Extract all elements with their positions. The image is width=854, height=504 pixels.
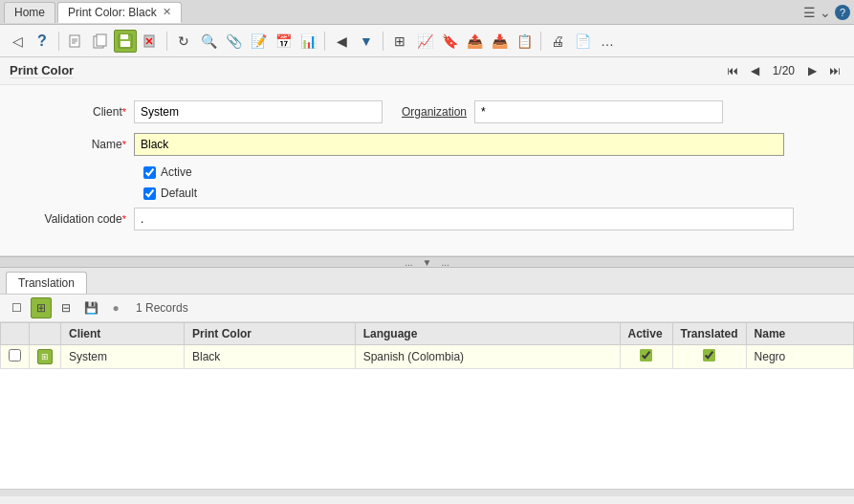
translation-section: Translation ☐ ⊞ ⊟ 💾 ● 1 Records Client P… [0,268,854,489]
th-active: Active [620,323,672,345]
tab-help-icon[interactable]: ? [835,5,850,20]
sub-toolbar: ☐ ⊞ ⊟ 💾 ● 1 Records [0,295,854,322]
tab-collapse-icon[interactable]: ⌄ [820,5,831,20]
td-checkbox[interactable] [1,345,30,369]
nav-page-indicator: 1/20 [769,64,799,77]
nav-prev-page-btn[interactable]: ◀ [746,61,765,80]
splitter-middle-icon[interactable]: ▼ [423,257,432,268]
translation-tab-bar: Translation [0,268,854,295]
validation-label: Validation code* [19,212,134,226]
th-name: Name [746,323,853,345]
sub-grid-btn[interactable]: ⊞ [31,297,52,318]
sep4 [383,32,383,51]
client-org-row: Client* Organization [19,100,835,123]
refresh-btn[interactable]: ↻ [172,30,195,53]
copy2-btn[interactable]: 📋 [513,30,536,53]
nav-next-btn[interactable]: ▼ [355,30,378,53]
tab-menu-icon[interactable]: ☰ [803,5,816,20]
svg-rect-7 [120,34,128,39]
nav-controls: ⏮ ◀ 1/20 ▶ ⏭ [723,61,844,80]
main-toolbar: ◁ ? ↻ 🔍 📎 📝 📅 📊 ◀ ▼ ⊞ 📈 🔖 📤 📥 📋 � [0,25,854,57]
horizontal-scrollbar[interactable] [0,489,854,496]
svg-rect-5 [97,34,106,46]
new-btn[interactable] [64,30,87,53]
td-client: System [61,345,185,369]
splitter[interactable]: ... ▼ ... [0,256,854,268]
tab-print-color[interactable]: Print Color: Black ✕ [57,2,182,23]
splitter-right: ... [441,257,449,268]
help-btn[interactable]: ? [31,30,54,53]
report-btn[interactable]: 📊 [296,30,319,53]
active-checkbox[interactable] [143,166,156,179]
sub-save-btn[interactable]: 💾 [80,297,101,318]
row-active-checkbox[interactable] [640,349,652,362]
calendar-btn[interactable]: 📅 [272,30,295,53]
nav-first-btn[interactable]: ⏮ [723,61,742,80]
org-input[interactable] [474,100,723,123]
sub-radio-btn: ● [105,297,126,318]
row-checkbox[interactable] [9,349,21,362]
name-required: * [122,139,126,150]
validation-input[interactable] [134,208,794,230]
attach-btn[interactable]: 📎 [222,30,245,53]
chart-btn[interactable]: 📈 [413,30,436,53]
table-header-row: Client Print Color Language Active Trans… [1,323,854,345]
tab-print-color-label: Print Color: Black [68,6,157,19]
form-area: Client* Organization Name* Active Defaul… [0,85,854,256]
sep3 [324,32,325,51]
records-info: 1 Records [136,301,188,315]
translation-tab[interactable]: Translation [6,272,87,294]
th-language: Language [355,323,620,345]
tab-home-label: Home [14,6,45,19]
filter-btn[interactable]: 🔖 [438,30,461,53]
sub-select-all-btn[interactable]: ☐ [6,297,27,318]
td-active[interactable] [620,345,672,369]
grid-btn[interactable]: ⊞ [388,30,411,53]
copy-btn[interactable] [89,30,112,53]
nav-prev-btn[interactable]: ◀ [330,30,353,53]
nav-next-page-btn[interactable]: ▶ [802,61,821,80]
td-translated[interactable] [672,345,746,369]
save-btn[interactable] [114,30,137,53]
zoom-btn[interactable]: 🔍 [197,30,220,53]
client-input[interactable] [134,100,383,123]
tab-close-icon[interactable]: ✕ [163,6,171,18]
row-detail-icon[interactable]: ⊞ [37,349,53,364]
delete-btn[interactable] [139,30,162,53]
translation-table: Client Print Color Language Active Trans… [0,322,854,369]
nav-last-btn[interactable]: ⏭ [825,61,844,80]
default-checkbox-row: Default [19,186,835,200]
org-label[interactable]: Organization [402,105,474,119]
svg-rect-8 [120,41,130,47]
title-nav-bar: Print Color ⏮ ◀ 1/20 ▶ ⏭ [0,57,854,85]
validation-row: Validation code* [19,208,835,230]
td-row-icon[interactable]: ⊞ [30,345,61,369]
th-print-color: Print Color [184,323,355,345]
sep1 [58,32,59,51]
tab-bar: Home Print Color: Black ✕ ☰ ⌄ ? [0,0,854,25]
client-label: Client* [19,105,134,119]
pdf-btn[interactable]: 📄 [571,30,594,53]
print-btn[interactable]: 🖨 [546,30,569,53]
default-checkbox[interactable] [143,187,156,200]
export-btn[interactable]: 📤 [463,30,486,53]
client-field-group: Client* [19,100,383,123]
import-btn[interactable]: 📥 [488,30,511,53]
more-btn[interactable]: … [596,30,619,53]
client-required: * [122,106,126,118]
td-print-color: Black [184,345,355,369]
val-required: * [122,213,126,225]
name-label: Name* [19,138,134,151]
name-row: Name* [19,133,835,156]
note-btn[interactable]: 📝 [247,30,270,53]
row-translated-checkbox[interactable] [703,349,715,362]
th-checkbox [1,323,30,345]
back-btn[interactable]: ◁ [6,30,29,53]
main-container: ◁ ? ↻ 🔍 📎 📝 📅 📊 ◀ ▼ ⊞ 📈 🔖 📤 📥 📋 � [0,25,854,496]
name-input[interactable] [134,133,784,156]
tab-home[interactable]: Home [4,2,55,23]
sub-collapse-btn[interactable]: ⊟ [55,297,77,318]
tab-arrows: ☰ ⌄ ? [803,5,850,20]
sep5 [540,32,541,51]
splitter-left: ... [405,257,412,268]
